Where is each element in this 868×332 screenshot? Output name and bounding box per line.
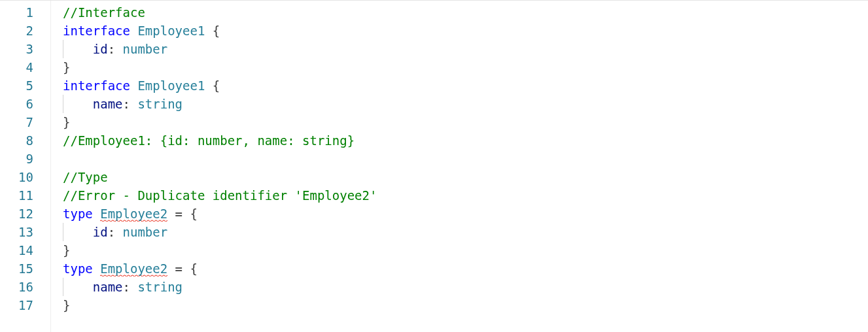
token-comment: //Error - Duplicate identifier 'Employee… [63, 188, 377, 203]
token-type: Employee1 [137, 78, 205, 93]
token-punct: = { [167, 207, 198, 221]
token-prop: id [93, 42, 108, 56]
code-line[interactable]: type Employee2 = { [63, 259, 868, 278]
token-punct: } [63, 115, 70, 129]
token-punct: { [205, 24, 220, 38]
line-number: 11 [0, 186, 50, 205]
indent-guide [63, 95, 63, 113]
error-token: Employee2 [100, 261, 167, 276]
line-number: 14 [0, 241, 50, 259]
code-line[interactable]: } [63, 58, 868, 76]
token-punct [130, 24, 137, 38]
token-prop: name [93, 97, 123, 111]
token-punct: } [63, 298, 70, 312]
indent-guide [63, 40, 63, 58]
indent-guide [63, 278, 63, 296]
token-punct: : [123, 280, 138, 294]
token-comment: //Employee1: {id: number, name: string} [63, 133, 355, 148]
line-number: 3 [0, 40, 50, 58]
line-number: 5 [0, 76, 50, 95]
line-number: 1 [0, 3, 50, 22]
token-type: number [123, 42, 168, 56]
code-line[interactable]: //Type [63, 168, 868, 186]
code-line[interactable]: id: number [63, 40, 868, 58]
code-line[interactable]: type Employee2 = { [63, 205, 868, 223]
line-number: 10 [0, 168, 50, 186]
code-line[interactable]: name: string [63, 278, 868, 296]
code-line[interactable] [63, 150, 868, 168]
token-comment: //Interface [63, 5, 145, 20]
code-editor[interactable]: 1234567891011121314151617 //Interfaceint… [0, 0, 868, 332]
token-punct: } [63, 243, 70, 257]
token-keyword: interface [63, 78, 130, 93]
line-number: 4 [0, 58, 50, 76]
line-number: 17 [0, 296, 50, 314]
token-punct: = { [167, 261, 198, 276]
token-type: string [137, 97, 182, 111]
token-punct [93, 207, 100, 221]
token-type: number [123, 225, 168, 239]
token-punct [93, 261, 100, 276]
line-number: 12 [0, 205, 50, 223]
token-type: string [137, 280, 182, 294]
token-punct: : [123, 97, 138, 111]
token-prop: id [93, 225, 108, 239]
code-line[interactable]: name: string [63, 95, 868, 113]
code-line[interactable]: } [63, 113, 868, 131]
token-punct: : [108, 225, 123, 239]
code-line[interactable]: //Interface [63, 3, 868, 22]
code-line[interactable]: //Error - Duplicate identifier 'Employee… [63, 186, 868, 205]
line-number: 9 [0, 150, 50, 168]
indent-guide [63, 223, 63, 241]
code-line[interactable]: } [63, 296, 868, 314]
code-line[interactable]: //Employee1: {id: number, name: string} [63, 131, 868, 150]
token-keyword: type [63, 207, 93, 221]
line-number: 8 [0, 131, 50, 150]
token-type: Employee1 [137, 24, 205, 38]
token-comment: //Type [63, 170, 108, 184]
line-number: 16 [0, 278, 50, 296]
line-number: 13 [0, 223, 50, 241]
token-punct: : [108, 42, 123, 56]
line-number: 6 [0, 95, 50, 113]
token-prop: name [93, 280, 123, 294]
token-punct: } [63, 60, 70, 75]
line-number: 2 [0, 22, 50, 40]
token-keyword: interface [63, 24, 130, 38]
code-area[interactable]: //Interfaceinterface Employee1 {id: numb… [51, 1, 868, 332]
line-number-gutter: 1234567891011121314151617 [0, 1, 51, 332]
line-number: 7 [0, 113, 50, 131]
error-token: Employee2 [100, 207, 167, 222]
token-punct: { [205, 78, 220, 93]
token-punct [130, 78, 137, 93]
code-line[interactable]: interface Employee1 { [63, 76, 868, 95]
code-line[interactable]: } [63, 241, 868, 259]
code-line[interactable]: interface Employee1 { [63, 22, 868, 40]
line-number: 15 [0, 259, 50, 278]
token-keyword: type [63, 261, 93, 276]
code-line[interactable]: id: number [63, 223, 868, 241]
